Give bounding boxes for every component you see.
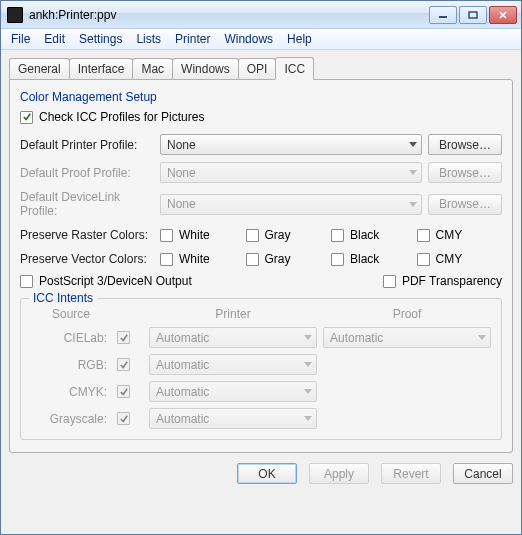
chevron-down-icon [304, 389, 312, 394]
intent-cielab-label: CIELab: [31, 331, 111, 345]
svg-rect-1 [469, 12, 477, 18]
vector-gray-label: Gray [265, 252, 291, 266]
minimize-button[interactable] [429, 6, 457, 24]
icc-intents-legend: ICC Intents [29, 291, 97, 305]
window: ankh:Printer:ppv File Edit Settings List… [0, 0, 522, 535]
raster-gray-label: Gray [265, 228, 291, 242]
intent-rgb-checkbox [117, 358, 130, 371]
menu-lists[interactable]: Lists [130, 30, 167, 48]
svg-rect-0 [439, 16, 447, 18]
printer-profile-label: Default Printer Profile: [20, 138, 160, 152]
vector-black-label: Black [350, 252, 379, 266]
intent-cielab-checkbox [117, 331, 130, 344]
chevron-down-icon [304, 416, 312, 421]
devicelink-label: Default DeviceLink Profile: [20, 190, 160, 218]
proof-profile-browse-button: Browse… [428, 162, 502, 183]
menu-help[interactable]: Help [281, 30, 318, 48]
raster-cmy-label: CMY [436, 228, 463, 242]
tab-windows[interactable]: Windows [172, 58, 239, 79]
maximize-button[interactable] [459, 6, 487, 24]
menubar[interactable]: File Edit Settings Lists Printer Windows… [1, 29, 521, 50]
chevron-down-icon [304, 362, 312, 367]
printer-profile-combo[interactable]: None [160, 134, 422, 155]
vector-cmy-label: CMY [436, 252, 463, 266]
intent-rgb-printer-combo: Automatic [149, 354, 317, 375]
pdf-transparency-checkbox[interactable] [383, 275, 396, 288]
intents-header-printer: Printer [149, 307, 317, 321]
vector-white-checkbox[interactable] [160, 253, 173, 266]
intent-cielab-printer-combo: Automatic [149, 327, 317, 348]
intent-grayscale-label: Grayscale: [31, 412, 111, 426]
check-icc-profiles-label: Check ICC Profiles for Pictures [39, 110, 204, 124]
chevron-down-icon [409, 202, 417, 207]
intent-cmyk-label: CMYK: [31, 385, 111, 399]
vector-white-label: White [179, 252, 210, 266]
dialog-footer: OK Apply Revert Cancel [9, 463, 513, 484]
raster-black-checkbox[interactable] [331, 229, 344, 242]
intent-grayscale-printer-value: Automatic [156, 412, 209, 426]
devicelink-value: None [167, 197, 196, 211]
check-icc-profiles-checkbox[interactable] [20, 111, 33, 124]
tab-pane-icc: Color Management Setup Check ICC Profile… [9, 79, 513, 453]
intent-cmyk-checkbox [117, 385, 130, 398]
menu-printer[interactable]: Printer [169, 30, 216, 48]
raster-gray-checkbox[interactable] [246, 229, 259, 242]
intent-grayscale-printer-combo: Automatic [149, 408, 317, 429]
intent-rgb-printer-value: Automatic [156, 358, 209, 372]
preserve-vector-label: Preserve Vector Colors: [20, 252, 160, 266]
tab-opi[interactable]: OPI [238, 58, 277, 79]
proof-profile-label: Default Proof Profile: [20, 166, 160, 180]
intent-cielab-proof-combo: Automatic [323, 327, 491, 348]
intent-cielab-printer-value: Automatic [156, 331, 209, 345]
intent-cielab-proof-value: Automatic [330, 331, 383, 345]
tab-mac[interactable]: Mac [132, 58, 173, 79]
devicelink-browse-button: Browse… [428, 194, 502, 215]
printer-profile-browse-button[interactable]: Browse… [428, 134, 502, 155]
chevron-down-icon [304, 335, 312, 340]
revert-button: Revert [381, 463, 441, 484]
raster-black-label: Black [350, 228, 379, 242]
vector-gray-checkbox[interactable] [246, 253, 259, 266]
menu-edit[interactable]: Edit [38, 30, 71, 48]
app-icon [7, 7, 23, 23]
raster-cmy-checkbox[interactable] [417, 229, 430, 242]
cancel-button[interactable]: Cancel [453, 463, 513, 484]
chevron-down-icon [478, 335, 486, 340]
menu-settings[interactable]: Settings [73, 30, 128, 48]
chevron-down-icon [409, 170, 417, 175]
menu-windows[interactable]: Windows [218, 30, 279, 48]
chevron-down-icon [409, 142, 417, 147]
menu-file[interactable]: File [5, 30, 36, 48]
section-title: Color Management Setup [20, 90, 502, 104]
pdf-transparency-label: PDF Transparency [402, 274, 502, 288]
devicelink-combo: None [160, 194, 422, 215]
close-button[interactable] [489, 6, 517, 24]
vector-black-checkbox[interactable] [331, 253, 344, 266]
intents-header-proof: Proof [323, 307, 491, 321]
vector-cmy-checkbox[interactable] [417, 253, 430, 266]
titlebar[interactable]: ankh:Printer:ppv [1, 1, 521, 29]
tabstrip: General Interface Mac Windows OPI ICC [9, 56, 513, 79]
printer-profile-value: None [167, 138, 196, 152]
tab-general[interactable]: General [9, 58, 70, 79]
intent-cmyk-printer-value: Automatic [156, 385, 209, 399]
icc-intents-group: ICC Intents Source Printer Proof CIELab:… [20, 298, 502, 440]
proof-profile-value: None [167, 166, 196, 180]
intents-header-source: Source [31, 307, 111, 321]
ok-button[interactable]: OK [237, 463, 297, 484]
intent-grayscale-checkbox [117, 412, 130, 425]
proof-profile-combo: None [160, 162, 422, 183]
apply-button: Apply [309, 463, 369, 484]
ps3-label: PostScript 3/DeviceN Output [39, 274, 192, 288]
raster-white-label: White [179, 228, 210, 242]
intent-rgb-label: RGB: [31, 358, 111, 372]
client-area: General Interface Mac Windows OPI ICC Co… [1, 50, 521, 534]
intent-cmyk-printer-combo: Automatic [149, 381, 317, 402]
preserve-raster-label: Preserve Raster Colors: [20, 228, 160, 242]
tab-interface[interactable]: Interface [69, 58, 134, 79]
tab-icc[interactable]: ICC [275, 57, 314, 80]
raster-white-checkbox[interactable] [160, 229, 173, 242]
ps3-checkbox[interactable] [20, 275, 33, 288]
window-title: ankh:Printer:ppv [29, 8, 429, 22]
